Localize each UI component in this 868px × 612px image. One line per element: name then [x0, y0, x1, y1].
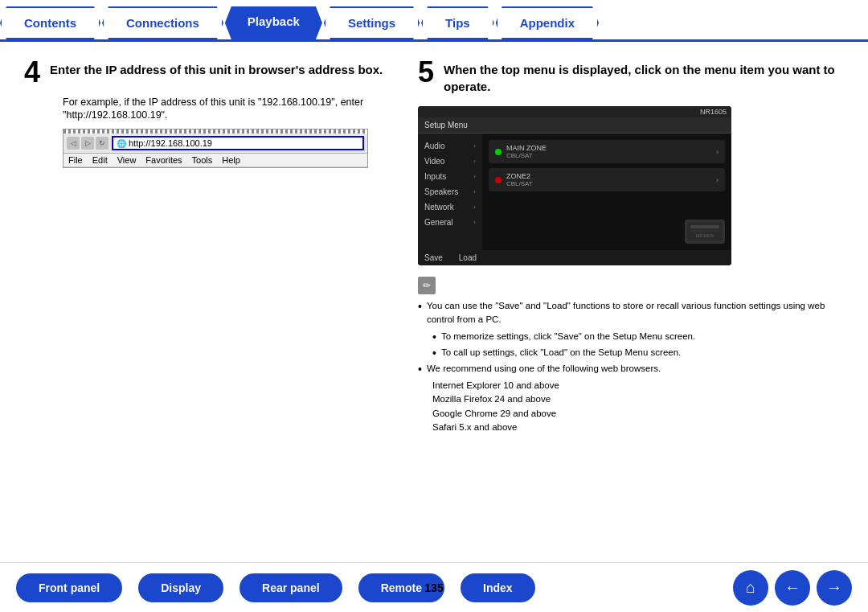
tab-tips[interactable]: Tips [421, 6, 494, 39]
setup-item-network[interactable]: Network› [418, 199, 482, 215]
tab-settings[interactable]: Settings [324, 6, 420, 39]
tab-playback[interactable]: Playback [225, 6, 322, 39]
zone1-dot [495, 149, 502, 155]
note-sub-text-2: To call up settings, click "Load" on the… [441, 346, 681, 360]
step4-title: Enter the IP address of this unit in bro… [50, 61, 383, 78]
note-bullet-2: • We recommend using one of the followin… [418, 362, 844, 376]
index-button[interactable]: Index [461, 573, 535, 602]
rear-panel-button[interactable]: Rear panel [240, 573, 342, 602]
menu-view[interactable]: View [117, 155, 137, 165]
zone2-sub: CBL/SAT [506, 180, 533, 187]
main-content: 4 Enter the IP address of this unit in b… [0, 42, 868, 454]
browser-mockup: ◁ ▷ ↻ 🌐 http://192.168.100.19 File Edit … [63, 129, 368, 168]
setup-screen: NR1605 Setup Menu Audio› Video› Inputs› … [418, 106, 731, 265]
tab-connections[interactable]: Connections [102, 6, 223, 39]
sub-dot-1: • [432, 330, 436, 344]
notes-section: ✏ • You can use the "Save" and "Load" fu… [418, 277, 844, 434]
back-btn-icon: ◁ [67, 137, 80, 150]
pencil-symbol: ✏ [423, 278, 431, 293]
top-navigation: Contents Connections Playback Settings T… [0, 0, 868, 42]
front-panel-button[interactable]: Front panel [16, 573, 122, 602]
setup-item-speakers[interactable]: Speakers› [418, 184, 482, 199]
menu-favorites[interactable]: Favorites [145, 155, 182, 165]
note-text-1: You can use the "Save" and "Load" functi… [427, 299, 844, 327]
pencil-icon: ✏ [418, 277, 436, 294]
address-text: http://192.168.100.19 [129, 138, 212, 148]
forward-button[interactable]: → [817, 570, 852, 606]
browser-firefox: Mozilla Firefox 24 and above [432, 392, 844, 406]
globe-icon: 🌐 [117, 139, 126, 148]
address-bar[interactable]: 🌐 http://192.168.100.19 [112, 136, 364, 150]
step5-section: 5 When the top menu is displayed, click … [418, 61, 844, 434]
browser-ie: Internet Explorer 10 and above [432, 379, 844, 392]
step5-header: 5 When the top menu is displayed, click … [418, 61, 844, 95]
setup-menu-left: Audio› Video› Inputs› Speakers› Network›… [418, 133, 482, 250]
step5-title: When the top menu is displayed, click on… [444, 61, 844, 95]
browser-safari: Safari 5.x and above [432, 421, 844, 434]
step4-desc1: For example, if the IP address of this u… [24, 97, 394, 108]
browser-menubar: File Edit View Favorites Tools Help [63, 154, 367, 167]
navigation-buttons: ⌂ ← → [733, 570, 852, 606]
setup-topbar: NR1605 [418, 106, 731, 117]
setup-footer: Save Load [418, 250, 731, 265]
setup-item-general[interactable]: General› [418, 215, 482, 230]
menu-help[interactable]: Help [222, 155, 240, 165]
page-number: 135 [424, 581, 443, 594]
device-label: NR1605 [696, 233, 714, 238]
setup-load-btn[interactable]: Load [459, 253, 477, 262]
bottom-bar: Front panel Display Rear panel 135 Remot… [0, 562, 868, 612]
back-button[interactable]: ← [775, 570, 810, 606]
setup-item-audio[interactable]: Audio› [418, 138, 482, 154]
bullet-dot-1: • [418, 299, 422, 327]
bullet-dot-2: • [418, 362, 422, 376]
browser-chrome: Google Chrome 29 and above [432, 407, 844, 421]
step4-number: 4 [24, 58, 40, 87]
tab-appendix[interactable]: Appendix [496, 6, 599, 39]
menu-edit[interactable]: Edit [92, 155, 108, 165]
step5-number: 5 [418, 58, 434, 87]
setup-menu-title: Setup Menu [418, 117, 731, 133]
menu-file[interactable]: File [68, 155, 83, 165]
tab-contents[interactable]: Contents [0, 6, 100, 39]
device-image: NR1605 [685, 220, 725, 244]
forward-btn-icon: ▷ [81, 137, 94, 150]
zone1-label: MAIN ZONE [506, 144, 547, 152]
menu-tools[interactable]: Tools [192, 155, 213, 165]
note-sub-text-1: To memorize settings, click "Save" on th… [441, 330, 695, 344]
setup-save-btn[interactable]: Save [424, 253, 443, 262]
browser-toolbar: ◁ ▷ ↻ 🌐 http://192.168.100.19 [63, 133, 367, 154]
note-bullet-1: • You can use the "Save" and "Load" func… [418, 299, 844, 327]
zone1-item: MAIN ZONE CBL/SAT › [489, 140, 725, 163]
note-text-2: We recommend using one of the following … [427, 362, 661, 376]
zone2-label: ZONE2 [506, 172, 533, 180]
zone2-dot [495, 177, 502, 183]
refresh-btn-icon: ↻ [96, 137, 108, 150]
zone2-item: ZONE2 CBL/SAT › [489, 168, 725, 191]
setup-item-inputs[interactable]: Inputs› [418, 169, 482, 184]
zone1-sub: CBL/SAT [506, 152, 547, 159]
note-sub-2: • To call up settings, click "Load" on t… [432, 346, 844, 360]
note-sub-1: • To memorize settings, click "Save" on … [432, 330, 844, 344]
home-button[interactable]: ⌂ [733, 570, 768, 606]
step4-header: 4 Enter the IP address of this unit in b… [24, 61, 394, 87]
browser-list: Internet Explorer 10 and above Mozilla F… [432, 379, 844, 434]
step4-desc2: "http://192.168.100.19". [24, 109, 394, 121]
setup-main-right: MAIN ZONE CBL/SAT › ZONE2 CBL/SAT › [482, 133, 731, 250]
sub-dot-2: • [432, 346, 436, 360]
setup-item-video[interactable]: Video› [418, 154, 482, 169]
setup-body: Audio› Video› Inputs› Speakers› Network›… [418, 133, 731, 250]
display-button[interactable]: Display [138, 573, 223, 602]
step4-section: 4 Enter the IP address of this unit in b… [24, 61, 394, 434]
